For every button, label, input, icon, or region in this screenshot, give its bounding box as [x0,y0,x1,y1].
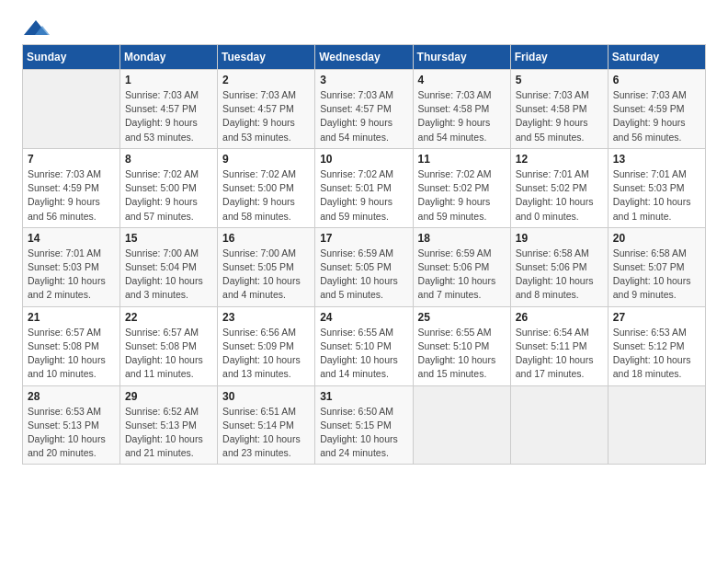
day-number: 25 [418,311,506,324]
day-info: Sunrise: 7:02 AMSunset: 5:02 PMDaylight:… [418,167,506,224]
day-info: Sunrise: 7:03 AMSunset: 4:59 PMDaylight:… [28,167,115,224]
day-info: Sunrise: 7:01 AMSunset: 5:03 PMDaylight:… [613,167,700,224]
calendar-cell: 9Sunrise: 7:02 AMSunset: 5:00 PMDaylight… [218,148,315,227]
day-number: 29 [125,390,212,403]
calendar-cell [23,70,120,149]
day-number: 14 [28,232,115,245]
day-info: Sunrise: 6:53 AMSunset: 5:12 PMDaylight:… [613,326,700,382]
day-info: Sunrise: 7:03 AMSunset: 4:59 PMDaylight:… [613,88,700,144]
day-info: Sunrise: 6:55 AMSunset: 5:10 PMDaylight:… [418,326,506,382]
calendar-week-row: 7Sunrise: 7:03 AMSunset: 4:59 PMDaylight… [23,148,706,227]
calendar-cell: 20Sunrise: 6:58 AMSunset: 5:07 PMDayligh… [608,227,705,306]
header-day-thursday: Thursday [413,45,510,70]
calendar-cell [510,385,608,465]
calendar-cell: 23Sunrise: 6:56 AMSunset: 5:09 PMDayligh… [218,306,315,385]
calendar-cell: 18Sunrise: 6:59 AMSunset: 5:06 PMDayligh… [413,227,510,306]
calendar-cell: 17Sunrise: 6:59 AMSunset: 5:05 PMDayligh… [315,227,413,306]
calendar-cell [413,385,510,465]
day-number: 19 [516,232,603,245]
day-number: 7 [28,153,115,166]
calendar-cell: 15Sunrise: 7:00 AMSunset: 5:04 PMDayligh… [120,227,218,306]
day-info: Sunrise: 6:53 AMSunset: 5:13 PMDaylight:… [28,405,115,461]
day-number: 21 [28,311,115,324]
day-number: 27 [613,311,700,324]
calendar-cell: 25Sunrise: 6:55 AMSunset: 5:10 PMDayligh… [413,306,510,385]
calendar-cell: 19Sunrise: 6:58 AMSunset: 5:06 PMDayligh… [510,227,608,306]
day-info: Sunrise: 6:51 AMSunset: 5:14 PMDaylight:… [222,405,310,461]
day-number: 28 [28,390,115,403]
calendar-cell: 31Sunrise: 6:50 AMSunset: 5:15 PMDayligh… [315,385,413,465]
day-number: 15 [125,232,212,245]
calendar-cell: 8Sunrise: 7:02 AMSunset: 5:00 PMDaylight… [120,148,218,227]
day-info: Sunrise: 6:59 AMSunset: 5:06 PMDaylight:… [418,247,506,303]
header-day-saturday: Saturday [608,45,705,70]
calendar-week-row: 28Sunrise: 6:53 AMSunset: 5:13 PMDayligh… [23,385,706,465]
calendar-cell: 26Sunrise: 6:54 AMSunset: 5:11 PMDayligh… [510,306,608,385]
day-info: Sunrise: 6:50 AMSunset: 5:15 PMDaylight:… [320,405,407,461]
day-number: 9 [222,153,310,166]
day-number: 2 [222,74,310,86]
logo [22,18,50,35]
day-number: 10 [320,153,407,166]
header-day-tuesday: Tuesday [218,45,315,70]
page-header [22,18,706,35]
calendar-cell: 6Sunrise: 7:03 AMSunset: 4:59 PMDaylight… [608,70,705,149]
day-info: Sunrise: 7:03 AMSunset: 4:57 PMDaylight:… [125,88,212,144]
calendar-week-row: 14Sunrise: 7:01 AMSunset: 5:03 PMDayligh… [23,227,706,306]
day-info: Sunrise: 6:55 AMSunset: 5:10 PMDaylight:… [320,326,407,382]
day-info: Sunrise: 7:00 AMSunset: 5:04 PMDaylight:… [125,247,212,303]
calendar-cell: 10Sunrise: 7:02 AMSunset: 5:01 PMDayligh… [315,148,413,227]
day-info: Sunrise: 6:58 AMSunset: 5:07 PMDaylight:… [613,247,700,303]
calendar-cell [608,385,705,465]
day-number: 4 [418,74,506,86]
calendar-cell: 16Sunrise: 7:00 AMSunset: 5:05 PMDayligh… [218,227,315,306]
day-info: Sunrise: 7:02 AMSunset: 5:00 PMDaylight:… [222,167,310,224]
calendar-cell: 21Sunrise: 6:57 AMSunset: 5:08 PMDayligh… [23,306,120,385]
calendar-cell: 29Sunrise: 6:52 AMSunset: 5:13 PMDayligh… [120,385,218,465]
calendar-cell: 28Sunrise: 6:53 AMSunset: 5:13 PMDayligh… [23,385,120,465]
day-info: Sunrise: 6:58 AMSunset: 5:06 PMDaylight:… [516,247,603,303]
day-number: 17 [320,232,407,245]
day-number: 22 [125,311,212,324]
day-info: Sunrise: 7:02 AMSunset: 5:01 PMDaylight:… [320,167,407,224]
day-info: Sunrise: 6:52 AMSunset: 5:13 PMDaylight:… [125,405,212,461]
day-info: Sunrise: 7:02 AMSunset: 5:00 PMDaylight:… [125,167,212,224]
day-info: Sunrise: 7:01 AMSunset: 5:03 PMDaylight:… [28,247,115,303]
calendar-cell: 13Sunrise: 7:01 AMSunset: 5:03 PMDayligh… [608,148,705,227]
calendar-cell: 11Sunrise: 7:02 AMSunset: 5:02 PMDayligh… [413,148,510,227]
logo-icon [22,18,50,40]
day-number: 20 [613,232,700,245]
day-info: Sunrise: 7:03 AMSunset: 4:57 PMDaylight:… [222,88,310,144]
day-info: Sunrise: 6:57 AMSunset: 5:08 PMDaylight:… [125,326,212,382]
day-number: 1 [125,74,212,86]
day-info: Sunrise: 6:57 AMSunset: 5:08 PMDaylight:… [28,326,115,382]
day-number: 11 [418,153,506,166]
day-number: 13 [613,153,700,166]
day-number: 26 [516,311,603,324]
day-number: 3 [320,74,407,86]
calendar-cell: 22Sunrise: 6:57 AMSunset: 5:08 PMDayligh… [120,306,218,385]
day-number: 23 [222,311,310,324]
header-day-monday: Monday [120,45,218,70]
calendar-cell: 5Sunrise: 7:03 AMSunset: 4:58 PMDaylight… [510,70,608,149]
header-day-wednesday: Wednesday [315,45,413,70]
day-info: Sunrise: 6:54 AMSunset: 5:11 PMDaylight:… [516,326,603,382]
day-info: Sunrise: 6:59 AMSunset: 5:05 PMDaylight:… [320,247,407,303]
day-info: Sunrise: 7:03 AMSunset: 4:58 PMDaylight:… [418,88,506,144]
header-day-friday: Friday [510,45,608,70]
day-number: 31 [320,390,407,403]
day-info: Sunrise: 7:01 AMSunset: 5:02 PMDaylight:… [516,167,603,224]
day-info: Sunrise: 7:03 AMSunset: 4:57 PMDaylight:… [320,88,407,144]
calendar-cell: 12Sunrise: 7:01 AMSunset: 5:02 PMDayligh… [510,148,608,227]
day-number: 18 [418,232,506,245]
calendar-cell: 4Sunrise: 7:03 AMSunset: 4:58 PMDaylight… [413,70,510,149]
calendar-cell: 14Sunrise: 7:01 AMSunset: 5:03 PMDayligh… [23,227,120,306]
day-number: 12 [516,153,603,166]
day-number: 5 [516,74,603,86]
header-day-sunday: Sunday [23,45,120,70]
calendar-week-row: 21Sunrise: 6:57 AMSunset: 5:08 PMDayligh… [23,306,706,385]
calendar-header-row: SundayMondayTuesdayWednesdayThursdayFrid… [23,45,706,70]
day-number: 8 [125,153,212,166]
calendar-cell: 27Sunrise: 6:53 AMSunset: 5:12 PMDayligh… [608,306,705,385]
day-number: 6 [613,74,700,86]
